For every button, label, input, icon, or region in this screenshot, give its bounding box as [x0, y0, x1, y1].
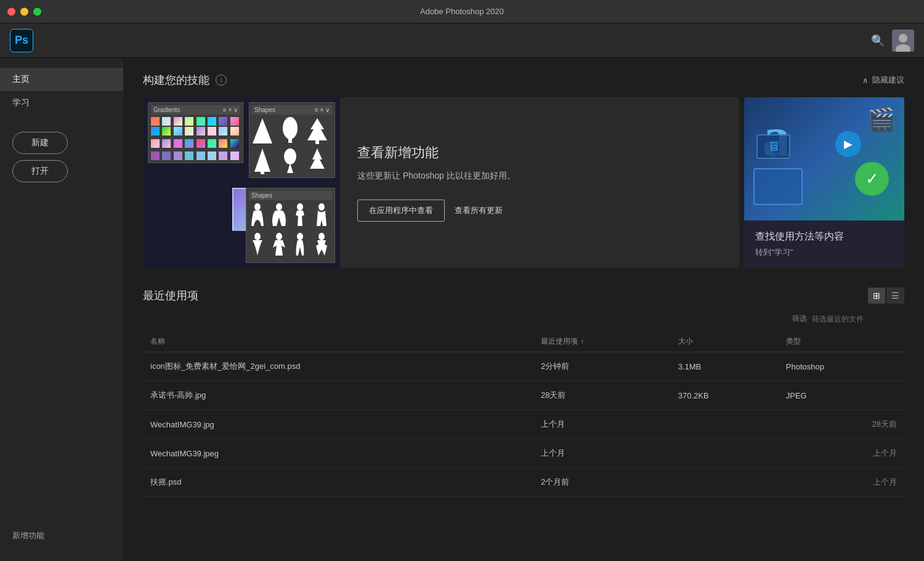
section-title-row: 构建您的技能 i [143, 73, 227, 87]
file-name: 扶摇.psd [143, 468, 533, 497]
feature-card-image: Gradients ≡ × ∨ [143, 97, 340, 268]
gradient-swatch [208, 127, 216, 135]
svg-rect-7 [315, 140, 319, 144]
svg-point-4 [283, 117, 298, 139]
table-body: icon图标_免费素材_爱给网_2gei_com.psd 2分钟前 3.1MB … [143, 352, 904, 497]
svg-marker-6 [307, 118, 327, 140]
svg-point-1 [899, 34, 907, 42]
file-name: WechatIMG39.jpeg [143, 439, 533, 468]
gradient-swatch [230, 139, 239, 148]
gradient-swatch [162, 151, 171, 160]
close-button[interactable] [7, 7, 15, 15]
view-toggle: ⊞ ☰ [868, 288, 904, 304]
open-button[interactable]: 打开 [12, 160, 68, 182]
gradient-swatch [208, 139, 216, 148]
gradient-swatch [219, 117, 227, 126]
deco-check-circle: ✓ [855, 162, 889, 196]
filter-row: 筛选 [143, 313, 904, 324]
gradient-swatch [197, 127, 205, 135]
col-type: 类型 [779, 331, 904, 352]
deco-play-circle: ▶ [835, 131, 861, 157]
file-last-used: 2个月前 [533, 468, 671, 497]
shape-item [280, 147, 301, 175]
shape-item [307, 147, 328, 175]
silhouettes-panel: Shapes [246, 188, 335, 263]
gradient-swatch [185, 151, 193, 160]
file-name: WechatIMG39.jpg [143, 410, 533, 439]
shape-item [252, 117, 274, 145]
grid-view-button[interactable]: ⊞ [868, 288, 885, 304]
table-row[interactable]: WechatIMG39.jpg 上个月 28天前 [143, 410, 904, 439]
cards-row: Gradients ≡ × ∨ [143, 97, 904, 268]
file-last-used: 上个月 [533, 439, 671, 468]
silhouette [313, 203, 330, 230]
gradient-swatch [197, 139, 205, 148]
gradient-swatch [174, 117, 182, 126]
gradient-swatch [185, 127, 193, 135]
silhouette [249, 203, 266, 230]
feature-card-title: 查看新增功能 [357, 143, 722, 162]
new-button[interactable]: 新建 [12, 132, 68, 154]
learn-card-link[interactable]: 转到"学习" [755, 247, 893, 258]
sidebar-item-home[interactable]: 主页 [0, 68, 123, 91]
feature-card-content: 查看新增功能 这些更新让 Photoshop 比以往更加好用。 在应用程序中查看… [340, 97, 739, 268]
col-last-used[interactable]: 最近使用项 ↑ [533, 331, 671, 352]
topbar: Ps 🔍 [0, 23, 924, 58]
svg-point-19 [297, 233, 303, 240]
shape-item [280, 117, 301, 145]
gradients-panel: Gradients ≡ × ∨ [148, 102, 243, 163]
sort-arrow-icon: ↑ [580, 337, 584, 346]
svg-marker-11 [287, 163, 293, 173]
recent-section: 最近使用项 ⊞ ☰ 筛选 名称 [143, 288, 904, 497]
svg-point-13 [254, 203, 261, 211]
filter-input[interactable] [812, 315, 904, 323]
file-size: 3.1MB [671, 352, 779, 381]
gradient-swatch [230, 117, 239, 126]
main-layout: 主页 学习 新建 打开 新增功能 构建您的技能 i ∧ 隐藏建议 [0, 58, 924, 561]
hide-suggestions-btn[interactable]: ∧ 隐藏建议 [862, 75, 904, 86]
shapes-panel: Shapes ≡ × ∨ [249, 102, 335, 178]
file-size [671, 410, 779, 439]
view-all-updates-button[interactable]: 查看所有更新 [455, 205, 503, 216]
minimize-button[interactable] [20, 7, 28, 15]
file-name: icon图标_免费素材_爱给网_2gei_com.psd [143, 352, 533, 381]
traffic-lights [7, 7, 41, 15]
info-icon[interactable]: i [216, 75, 227, 86]
table-row[interactable]: 承诺书-高帅.jpg 28天前 370.2KB JPEG [143, 381, 904, 410]
svg-rect-9 [261, 172, 264, 174]
recent-title: 最近使用项 [143, 288, 198, 303]
table-row[interactable]: 扶摇.psd 2个月前 上个月 [143, 468, 904, 497]
search-icon[interactable]: 🔍 [871, 34, 885, 47]
learn-card-title: 查找使用方法等内容 [755, 230, 893, 243]
file-size [671, 468, 779, 497]
svg-point-15 [297, 203, 303, 211]
shapes-panel-title-bar: Shapes ≡ × ∨ [252, 105, 332, 115]
deco-film-icon: 🎬 [867, 107, 895, 132]
sidebar-buttons: 新建 打开 [0, 119, 123, 195]
gradient-swatches [151, 117, 240, 126]
avatar[interactable] [892, 30, 914, 52]
file-type: 28天前 [779, 410, 904, 439]
maximize-button[interactable] [33, 7, 41, 15]
feature-card-desc: 这些更新让 Photoshop 比以往更加好用。 [357, 169, 722, 182]
gradient-swatch [151, 151, 160, 160]
col-name: 名称 [143, 331, 533, 352]
gradient-swatch [230, 151, 239, 160]
table-row[interactable]: icon图标_免费素材_爱给网_2gei_com.psd 2分钟前 3.1MB … [143, 352, 904, 381]
view-in-app-button[interactable]: 在应用程序中查看 [357, 200, 445, 222]
sidebar-item-learn[interactable]: 学习 [0, 91, 123, 115]
gradient-swatch [208, 151, 216, 160]
gradient-swatch [174, 139, 182, 148]
file-type: Photoshop [779, 352, 904, 381]
table-head: 名称 最近使用项 ↑ 大小 类型 [143, 331, 904, 352]
col-size: 大小 [671, 331, 779, 352]
silhouette [291, 232, 309, 260]
skills-section-header: 构建您的技能 i ∧ 隐藏建议 [143, 73, 904, 87]
list-view-button[interactable]: ☰ [886, 288, 904, 304]
file-last-used: 上个月 [533, 410, 671, 439]
silhouette [270, 232, 288, 260]
files-table: 名称 最近使用项 ↑ 大小 类型 [143, 331, 904, 497]
gradient-swatch [197, 151, 205, 160]
topbar-right: 🔍 [871, 30, 914, 52]
table-row[interactable]: WechatIMG39.jpeg 上个月 上个月 [143, 439, 904, 468]
